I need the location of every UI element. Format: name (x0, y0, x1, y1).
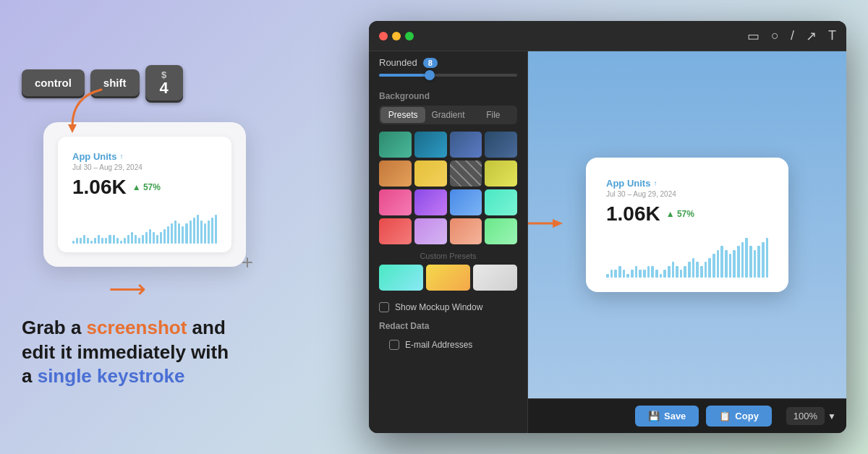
svg-marker-1 (553, 219, 563, 228)
preset-salmon1[interactable] (450, 218, 482, 244)
bar (211, 218, 213, 244)
bar (160, 232, 162, 244)
custom-preset-2[interactable] (426, 265, 470, 291)
bar (655, 270, 658, 278)
bar (124, 238, 126, 244)
bar (720, 246, 723, 278)
app-body: Rounded 8 Background Presets Gradient Fi… (369, 51, 846, 433)
card-value: 1.06K ▲ 57% (72, 176, 217, 199)
preview-card-title: App Units ↑ (606, 178, 768, 189)
bar (135, 235, 137, 244)
preset-desert1[interactable] (379, 160, 412, 187)
bar (688, 262, 691, 278)
bar (757, 246, 760, 278)
curved-arrow (58, 82, 116, 140)
bar (83, 235, 85, 244)
custom-preset-1[interactable] (379, 265, 423, 291)
bar (668, 266, 671, 278)
bar (116, 238, 119, 244)
bar (733, 250, 736, 278)
bar (76, 238, 78, 244)
custom-presets-grid (369, 265, 527, 296)
bar (766, 238, 769, 278)
oval-tool-icon[interactable]: ○ (771, 28, 779, 43)
toolbar-icons: ▭ ○ / ↗ T (747, 28, 836, 44)
preset-teal1[interactable] (485, 189, 517, 215)
copy-icon: 📋 (719, 411, 731, 421)
bar (149, 229, 151, 244)
bar (647, 266, 650, 278)
preset-nature4[interactable] (485, 132, 517, 158)
preset-geo1[interactable] (450, 160, 482, 187)
zoom-control[interactable]: 100% ▼ (786, 407, 836, 425)
app-window: ▭ ○ / ↗ T Rounded 8 Background (369, 21, 846, 433)
preset-pink2[interactable] (414, 189, 447, 215)
bar (185, 223, 187, 244)
preview-card-value: 1.06K ▲ 57% (606, 202, 768, 226)
preset-nature3[interactable] (450, 132, 482, 158)
preset-geo2[interactable] (485, 160, 517, 187)
rounded-slider[interactable] (369, 74, 527, 84)
right-arrow: ⟵ (109, 274, 146, 304)
bar (215, 215, 217, 244)
bar (193, 218, 195, 244)
bar (606, 274, 609, 278)
cta-text: Grab a screenshot and edit it immediatel… (22, 316, 229, 389)
bar (138, 238, 140, 244)
show-mockup-checkbox[interactable] (379, 302, 389, 312)
bar (745, 238, 748, 278)
bar (105, 238, 107, 244)
bar (182, 226, 184, 244)
preset-mint1[interactable] (485, 218, 517, 244)
redact-title: Redact Data (379, 321, 517, 331)
bar (163, 229, 166, 244)
bar (101, 238, 103, 244)
bar (208, 220, 210, 244)
bar (174, 220, 176, 244)
bar (741, 242, 744, 278)
maximize-button[interactable] (405, 32, 414, 40)
screenshot-card: App Units ↑ Jul 30 – Aug 29, 2024 1.06K … (43, 122, 246, 267)
card-title: App Units ↑ (72, 151, 217, 162)
card-change: ▲ 57% (132, 182, 161, 192)
show-mockup-row: Show Mockup Window (369, 296, 527, 318)
preset-pink1[interactable] (379, 189, 412, 215)
email-redact-checkbox[interactable] (389, 340, 399, 350)
preset-nature1[interactable] (379, 132, 412, 158)
bar (127, 235, 129, 244)
preview-card-change: ▲ 57% (666, 209, 694, 219)
left-panel: control shift $ 4 App Units ↑ Jul 30 – A… (22, 65, 369, 389)
copy-button[interactable]: 📋 Copy (706, 406, 772, 427)
orange-arrow-svg (528, 213, 564, 234)
preset-blue1[interactable] (450, 189, 482, 215)
arrow-tool-icon[interactable]: ↗ (806, 28, 817, 44)
bar (729, 254, 732, 278)
zoom-dropdown-icon[interactable]: ▼ (827, 411, 836, 421)
svg-marker-0 (68, 124, 77, 133)
tab-gradient[interactable]: Gradient (425, 107, 470, 123)
bar (131, 232, 133, 244)
preview-bar-chart (606, 234, 768, 278)
bar (660, 274, 663, 278)
bar (676, 266, 678, 278)
line-tool-icon[interactable]: / (791, 28, 794, 43)
bar (663, 270, 666, 278)
preset-nature2[interactable] (414, 132, 447, 158)
bar (708, 258, 711, 278)
custom-preset-3[interactable] (473, 265, 517, 291)
save-button[interactable]: 💾 Save (635, 406, 699, 427)
close-button[interactable] (379, 32, 388, 40)
tab-presets[interactable]: Presets (380, 107, 425, 123)
preset-desert2[interactable] (414, 160, 447, 187)
minimize-button[interactable] (392, 32, 401, 40)
rect-tool-icon[interactable]: ▭ (747, 28, 760, 44)
bar (749, 246, 752, 278)
preset-rose1[interactable] (379, 218, 412, 244)
preset-lavender1[interactable] (414, 218, 447, 244)
tab-file[interactable]: File (471, 107, 516, 123)
text-tool-icon[interactable]: T (828, 28, 836, 43)
show-mockup-label: Show Mockup Window (395, 302, 482, 312)
bar (639, 270, 642, 278)
rounded-row: Rounded 8 (369, 51, 527, 74)
bar (200, 220, 203, 244)
